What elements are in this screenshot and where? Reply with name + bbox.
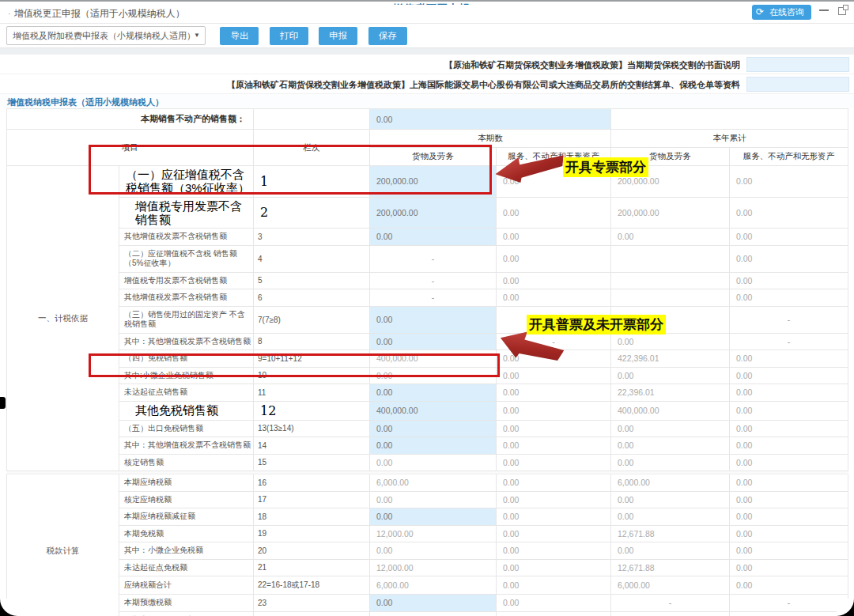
cell-current-services: 0.00 [497, 367, 611, 384]
online-consult-button[interactable]: ⟳ 在线咨询 [752, 5, 811, 20]
save-button[interactable]: 保存 [368, 27, 407, 45]
title-bullet: · [8, 9, 11, 18]
cell-current-goods[interactable]: 0.00 [370, 229, 497, 246]
notice-label: 【原油和铁矿石期货保税交割业务增值税政策】当期期货保税交割的书面说明 [444, 59, 740, 71]
divider [0, 47, 854, 55]
cell-ytd-services: 0.00 [730, 559, 848, 576]
cell-current-goods: 400,000.00 [370, 350, 497, 368]
row-label: 增值税专用发票不含销售额 [119, 197, 254, 229]
row-column-number: 15 [254, 454, 370, 471]
cell-ytd-services: 0.00 [730, 384, 848, 402]
cell-current-goods: 0.00 [370, 542, 497, 560]
online-consult-icon: ⟳ [756, 6, 764, 17]
table-row: 增值税专用发票不含税销售额5-0.000.00 [7, 272, 848, 289]
cell-current-goods[interactable]: 0.00 [370, 508, 497, 526]
row-column-number: 24=22-23 [254, 611, 370, 616]
empty-cell [254, 109, 370, 130]
row-column-number: 14 [254, 437, 370, 455]
row-label: 本期应纳税额 [119, 474, 254, 492]
header-row: 项目 栏次 本期数 本年累计 [7, 130, 848, 148]
row-label: 应纳税额合计 [119, 576, 254, 595]
cell-ytd-goods: 0.00 [611, 229, 730, 246]
cell-ytd-goods: 6,000.00 [611, 576, 730, 595]
cell-current-services: 0.00 [497, 611, 611, 616]
row-column-number: 16 [254, 474, 370, 492]
cell-ytd-goods: 422,396.01 [611, 350, 730, 368]
table-row: 应纳税额合计22=16-18或17-186,000.000.006,000.00… [7, 576, 848, 595]
cell-ytd-services: 0.00 [730, 491, 848, 508]
table-row: 增值税专用发票不含销售额2200,000.000.00200,000.000.0… [7, 197, 848, 229]
row-column-number: 21 [254, 559, 370, 576]
cell-ytd-services: 0.00 [730, 289, 848, 307]
annotation-general-invoice-label: 开具普票及未开票部分 [527, 315, 666, 334]
cell-current-goods[interactable]: 200,000.00 [370, 166, 497, 198]
row-column-number: 10 [254, 367, 370, 384]
cell-ytd-goods [611, 289, 730, 307]
cell-current-services: 0.00 [497, 437, 611, 455]
page-title: ·增值税更正申报（适用于小规模纳税人） [8, 7, 185, 21]
cell-current-goods[interactable]: 0.00 [370, 384, 497, 402]
row-label: 增值税专用发票不含税销售额 [119, 272, 254, 289]
row-label: 未达起征点免税额 [119, 559, 254, 576]
real-estate-sales-value[interactable]: 0.00 [370, 109, 611, 130]
header-goods: 货物及劳务 [370, 148, 497, 166]
cell-current-goods[interactable]: 200,000.00 [370, 197, 497, 229]
cell-current-services: 0.00 [497, 454, 611, 471]
table-row: （二）应征增值税不含税 销售额（5%征收率）4-0.000.00 [7, 245, 848, 272]
cell-ytd-goods: 0.00 [611, 508, 730, 526]
cell-ytd-services: 0.00 [730, 166, 848, 198]
cell-ytd-goods: 22,396.01 [611, 384, 730, 402]
chevron-down-icon: ▼ [194, 27, 200, 44]
row-label: （一）应征增值税不含税销售额（3%征收率） [119, 166, 254, 198]
cell-current-services: 0.00 [497, 491, 611, 508]
row-label: （三）销售使用过的固定资产 不含税销售额 [119, 306, 254, 333]
cell-current-services: 0.00 [497, 576, 611, 595]
cell-current-services: 0.00 [497, 595, 611, 612]
cell-current-goods[interactable]: 0.00 [370, 437, 497, 455]
cell-current-goods: 0.00 [370, 454, 497, 471]
row-column-number: 13(13≥14) [254, 420, 370, 437]
table-row: （三）销售使用过的固定资产 不含税销售额7(7≥8)0.00-0.00- [7, 306, 848, 333]
cell-current-services: 0.00 [497, 384, 611, 402]
export-button[interactable]: 导出 [220, 27, 259, 45]
row-column-number: 20 [254, 542, 370, 560]
cell-current-goods: 12,000.00 [370, 525, 497, 542]
restore-window-icon[interactable] [838, 7, 846, 15]
row-column-number: 23 [254, 595, 370, 612]
notice-row: 【原油和铁矿石期货保税交割业务增值税政策】上海国际能源交易中心股份有限公司或大连… [0, 74, 854, 94]
category-cell: 税款计算 [7, 474, 119, 616]
cell-ytd-goods: 0.00 [611, 437, 730, 455]
table-row: 本期应补（退）税额24=22-236,000.000.00-- [7, 611, 848, 616]
row-column-number: 11 [254, 384, 370, 402]
row-label: 核定应纳税额 [119, 491, 254, 508]
row-label: 本期应纳税额减征额 [119, 508, 254, 526]
cell-current-goods[interactable]: 0.00 [370, 306, 497, 333]
header-column-no: 栏次 [254, 130, 370, 166]
cell-ytd-goods: 400,000.00 [611, 401, 730, 420]
cell-current-goods[interactable]: 0.00 [370, 333, 497, 350]
row-column-number: 3 [254, 229, 370, 246]
cell-current-goods[interactable]: 0.00 [370, 420, 497, 437]
print-button[interactable]: 打印 [270, 27, 308, 45]
cell-current-services: 0.00 [497, 401, 611, 420]
cell-current-goods: 6,000.00 [370, 474, 497, 492]
row-label: （四）免税销售额 [119, 350, 254, 368]
table-row: 其中:小微企业免税销售额100.000.000.000.00 [7, 367, 848, 384]
cell-current-goods[interactable]: 400,000.00 [370, 401, 497, 420]
cell-current-services: 0.00 [497, 559, 611, 576]
cell-ytd-services: 0.00 [730, 367, 848, 384]
notice-input[interactable] [746, 77, 849, 92]
minimize-icon[interactable] [819, 9, 829, 11]
cell-current-goods[interactable]: 0.00 [370, 595, 497, 612]
cell-current-goods: 6,000.00 [370, 611, 497, 616]
category-cell: 一、计税依据 [7, 166, 119, 471]
notice-input[interactable] [746, 57, 849, 72]
declare-button[interactable]: 申报 [319, 27, 357, 45]
cell-ytd-services: 0.00 [730, 542, 848, 560]
vat-correction-declaration-window: ·增值税更正申报（适用于小规模纳税人） ⟳ 在线咨询 增值税更正申报 增值税及附… [0, 0, 854, 616]
report-type-select[interactable]: 增值税及附加税费申报表（小规模纳税人适用） ▼ [6, 26, 206, 45]
table-row: 其他免税销售额12400,000.000.00400,000.000.00 [7, 401, 848, 420]
row-column-number: 6 [254, 289, 370, 307]
cell-ytd-services: - [730, 611, 848, 616]
table-row: （四）免税销售额9=10+11+12400,000.000.00422,396.… [7, 350, 848, 368]
